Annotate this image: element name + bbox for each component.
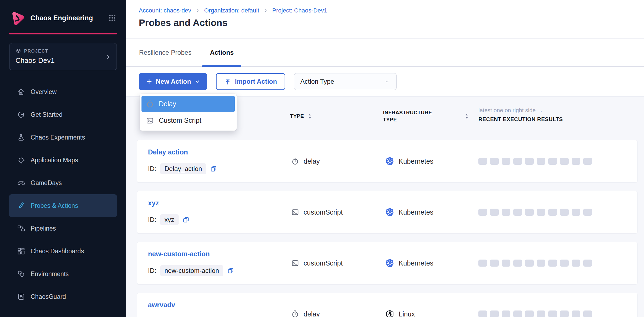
copy-icon[interactable] [227,267,234,274]
breadcrumb-organization-link[interactable]: Organization: default [204,7,259,14]
breadcrumb-account-link[interactable]: Account: chaos-dev [139,7,191,14]
cube-icon [15,48,21,54]
action-name-link[interactable]: xyz [148,199,159,207]
action-type-value: delay [304,310,320,317]
gamepad-icon [17,179,25,187]
sidebar-item-get-started[interactable]: Get Started [9,103,117,126]
menu-item-custom-script[interactable]: Custom Script [141,112,235,129]
crosshair-icon [17,156,25,164]
sidebar-item-label: Environments [31,270,69,278]
recent-execution-results [478,191,592,233]
sidebar-item-environments[interactable]: Environments [9,263,117,285]
execution-result-placeholder [513,260,522,267]
execution-result-placeholder [478,260,487,267]
execution-result-placeholder [572,158,580,165]
sidebar-item-application-maps[interactable]: Application Maps [9,149,117,172]
execution-result-placeholder [548,158,557,165]
column-header-recent-execution-results: RECENT EXECUTION RESULTS [478,116,563,122]
recent-execution-results [478,140,592,182]
copy-icon[interactable] [210,165,217,172]
execution-result-placeholder [513,158,522,165]
column-header-type[interactable]: TYPE [290,113,304,119]
action-type-filter[interactable]: Action Type [294,73,397,90]
table-row: Delay action ID: Delay_action [137,140,637,183]
execution-result-placeholder [548,209,557,216]
kubernetes-icon [385,258,394,268]
execution-result-placeholder [537,209,545,216]
kubernetes-icon [385,157,394,166]
dashboard-grid-icon [17,247,25,255]
chevron-right-icon [195,8,200,13]
sidebar-accent-divider [9,33,117,34]
sort-icon[interactable] [307,113,313,119]
sidebar-item-chaosguard[interactable]: ChaosGuard [9,285,117,308]
test-tube-icon [17,202,25,210]
results-note: latest one on right side → [478,107,543,113]
main-content: Account: chaos-dev Organization: default… [126,0,644,317]
breadcrumb-project-link[interactable]: Project: Chaos-Dev1 [272,7,327,14]
sidebar-item-chaos-experiments[interactable]: Chaos Experiments [9,126,117,149]
column-header-infrastructure-type[interactable]: INFRASTRUCTURE TYPE [383,109,447,123]
stopwatch-icon [291,157,299,165]
execution-result-placeholder [583,158,592,165]
chevron-down-icon [195,79,200,84]
id-label: ID: [148,216,156,224]
lock-icon [17,293,25,301]
sidebar-item-probes-actions[interactable]: Probes & Actions [9,194,117,217]
sidebar-item-label: Application Maps [31,157,78,164]
action-name-link[interactable]: Delay action [148,148,188,156]
sidebar-item-pipelines[interactable]: Pipelines [9,217,117,240]
chaos-engineering-logo-icon [10,10,25,25]
kubernetes-icon [385,208,394,217]
execution-result-placeholder [560,209,569,216]
sidebar-item-label: Pipelines [31,225,56,232]
hexagons-icon [17,270,25,278]
terminal-icon [291,208,299,216]
menu-item-delay[interactable]: Delay [141,96,235,112]
tab-resilience-probes[interactable]: Resilience Probes [131,38,199,66]
execution-result-placeholder [572,310,580,317]
import-action-button[interactable]: Import Action [216,73,285,90]
new-action-menu: Delay Custom Script [140,94,237,131]
action-name-link[interactable]: awrvadv [148,301,175,309]
execution-result-placeholder [490,209,499,216]
execution-result-placeholder [490,158,499,165]
sidebar-item-chaos-dashboards[interactable]: Chaos Dashboards [9,240,117,263]
toolbar: New Action Import Action Action Type [126,67,644,96]
tab-bar: Resilience Probes Actions [126,38,644,67]
infrastructure-type-value: Kubernetes [399,208,433,216]
execution-result-placeholder [560,158,569,165]
sidebar-item-label: Chaos Experiments [31,134,85,141]
action-type-value: delay [304,157,320,165]
get-started-icon [17,111,25,119]
recent-execution-results [478,242,592,284]
action-type-value: customScript [304,259,343,267]
copy-icon[interactable] [182,216,189,223]
action-name-link[interactable]: new-custom-action [148,250,210,258]
sidebar-item-gamedays[interactable]: GameDays [9,172,117,194]
execution-result-placeholder [572,209,580,216]
execution-result-placeholder [478,158,487,165]
sidebar-item-overview[interactable]: Overview [9,80,117,103]
sort-icon[interactable] [464,113,469,119]
execution-result-placeholder [537,260,545,267]
upload-icon [224,78,231,85]
menu-item-label: Delay [159,100,176,108]
stopwatch-icon [291,310,299,317]
sidebar-item-label: ChaosGuard [31,293,66,300]
tab-actions[interactable]: Actions [202,38,241,66]
infrastructure-type-value: Kubernetes [399,259,433,267]
chevron-right-icon [263,8,268,13]
app-grid-icon[interactable] [108,14,116,22]
chevron-right-icon [105,54,111,60]
project-selector[interactable]: PROJECT Chaos-Dev1 [9,43,117,70]
new-action-button[interactable]: New Action [139,73,207,90]
execution-result-placeholder [525,260,534,267]
linux-icon [385,309,394,317]
column-header-results: latest one on right side → RECENT EXECUT… [478,107,563,122]
execution-result-placeholder [583,209,592,216]
stopwatch-icon [146,100,154,108]
home-icon [17,88,25,96]
action-type-value: customScript [304,208,343,216]
execution-result-placeholder [502,260,510,267]
